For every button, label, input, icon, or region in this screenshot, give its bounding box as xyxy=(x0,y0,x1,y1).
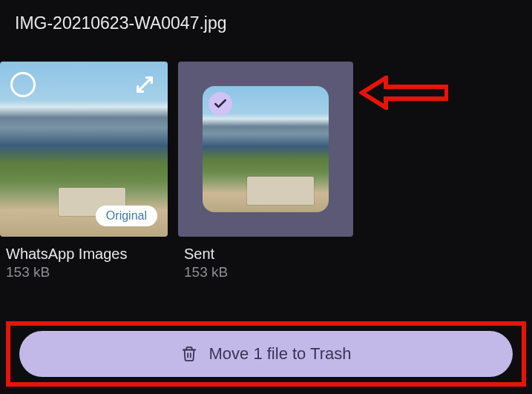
thumb-title: Sent xyxy=(184,246,346,263)
page-title: IMG-20210623-WA0047.jpg xyxy=(15,13,517,33)
check-badge[interactable] xyxy=(208,92,232,116)
expand-icon[interactable] xyxy=(132,72,157,97)
thumb-title: WhatsApp Images xyxy=(6,246,168,263)
arrow-annotation xyxy=(359,76,448,113)
select-circle-icon[interactable] xyxy=(10,72,36,97)
thumb-image-whatsapp[interactable]: Original xyxy=(0,62,168,237)
header: IMG-20210623-WA0047.jpg xyxy=(0,0,532,47)
original-badge: Original xyxy=(96,206,157,226)
thumb-card-whatsapp: Original WhatsApp Images 153 kB xyxy=(0,62,168,280)
bottom-bar-highlight: Move 1 file to Trash xyxy=(6,321,526,387)
trash-button-label: Move 1 file to Trash xyxy=(209,344,352,364)
thumb-size: 153 kB xyxy=(6,264,168,280)
trash-icon xyxy=(181,346,197,362)
check-icon xyxy=(213,96,228,111)
thumb-label: WhatsApp Images 153 kB xyxy=(0,246,168,280)
thumb-image-sent[interactable] xyxy=(178,62,353,237)
thumb-size: 153 kB xyxy=(184,264,346,280)
thumbnail-row: Original WhatsApp Images 153 kB Sent 153… xyxy=(0,47,532,280)
thumb-label: Sent 153 kB xyxy=(178,246,346,280)
move-to-trash-button[interactable]: Move 1 file to Trash xyxy=(19,331,513,377)
thumb-card-sent: Sent 153 kB xyxy=(178,62,346,280)
